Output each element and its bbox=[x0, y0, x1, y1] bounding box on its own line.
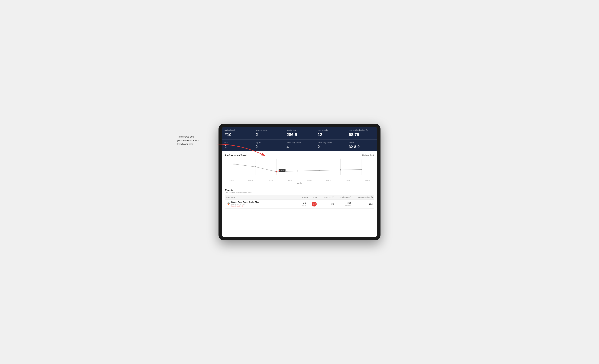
chart-x-label-apr24: APR 24 bbox=[344, 180, 353, 181]
chart-section: Performance Trend National Rank bbox=[222, 151, 377, 186]
stat-stroke-play: Stroke Play Events 4 bbox=[284, 140, 315, 151]
chart-area: #10 bbox=[225, 158, 374, 179]
weighted-points-info-icon: i bbox=[371, 196, 373, 198]
stat-match-play-label: Match Play Events bbox=[317, 142, 343, 144]
total-points-info-icon: i bbox=[349, 196, 351, 198]
chart-svg: #10 bbox=[225, 158, 374, 179]
svg-point-12 bbox=[276, 171, 277, 173]
position-cell: 6th out of 7 bbox=[300, 200, 310, 209]
chart-x-label-nov23: NOV 23 bbox=[246, 180, 255, 181]
svg-point-18 bbox=[279, 170, 280, 171]
stat-avg-weighted-points: Avg. Weighted Points i 68.75 bbox=[346, 127, 377, 139]
events-table: Event Name Position Score Event SG i Tot… bbox=[225, 195, 374, 209]
events-last-updated: Last updated: 24th November 2023 bbox=[225, 192, 374, 194]
svg-point-10 bbox=[233, 164, 235, 165]
stat-record-label: Record bbox=[349, 142, 374, 144]
score-badge: -22 bbox=[312, 202, 317, 206]
stat-total-rounds-value: 12 bbox=[317, 132, 343, 137]
stat-record: Record 32-8-0 bbox=[346, 140, 377, 151]
event-icon: 🦆 bbox=[226, 201, 230, 205]
chart-x-label-may24: MAY 24 bbox=[363, 180, 372, 181]
stat-record-value: 32-8-0 bbox=[349, 145, 374, 149]
stat-scoring-avg-label: Scoring Avg. bbox=[287, 129, 312, 132]
stat-wins-label: Wins bbox=[225, 142, 250, 144]
events-header: Events Last updated: 24th November 2023 bbox=[225, 189, 374, 194]
annotation: This shows you your National Rank trend … bbox=[177, 135, 215, 146]
stat-match-play: Match Play Events 2 bbox=[315, 140, 346, 151]
col-total-points: Total Points i bbox=[335, 195, 353, 200]
events-section: Events Last updated: 24th November 2023 … bbox=[222, 186, 377, 237]
position-value: 6th bbox=[301, 202, 309, 204]
event-sg-value: 0.45 bbox=[331, 203, 334, 205]
events-table-body: 🦆 Buster Cozy Cup – Stroke Play Oct 9 – … bbox=[225, 200, 374, 209]
rank-impact: Rank Impact: 3 ▼ bbox=[231, 205, 259, 207]
event-sg-cell: 0.45 bbox=[320, 200, 335, 209]
stat-national-rank: National Rank #10 bbox=[222, 127, 253, 139]
col-weighted-points: Weighted Points i bbox=[353, 195, 374, 200]
chart-x-label-oct23: OCT 23 bbox=[227, 180, 236, 181]
stat-stroke-play-label: Stroke Play Events bbox=[287, 142, 312, 144]
stat-national-rank-label: National Rank bbox=[225, 129, 250, 132]
svg-text:#10: #10 bbox=[281, 169, 284, 171]
chart-title: Performance Trend bbox=[225, 154, 247, 157]
total-points-sub: 3 Rounds bbox=[337, 204, 351, 206]
annotation-line1: This shows you bbox=[177, 135, 194, 138]
svg-point-14 bbox=[318, 170, 320, 171]
weighted-points-cell: 28.3 bbox=[353, 200, 374, 209]
event-date: Oct 9 – Oct 10, 2023 bbox=[231, 204, 245, 205]
stat-scoring-avg-value: 286.5 bbox=[287, 132, 312, 137]
stat-avg-weighted-points-label: Avg. Weighted Points i bbox=[349, 129, 374, 132]
chart-x-axis-label: Months bbox=[225, 182, 374, 184]
svg-point-11 bbox=[255, 166, 256, 168]
event-name: Buster Cozy Cup – Stroke Play bbox=[231, 201, 259, 203]
stat-total-rounds-label: Total Rounds bbox=[317, 129, 343, 132]
stat-top3s: Top 3s 2 bbox=[253, 140, 284, 151]
tablet-screen: National Rank #10 Regional Rank 2 Scorin… bbox=[222, 127, 377, 237]
events-table-header: Event Name Position Score Event SG i Tot… bbox=[225, 195, 374, 200]
stat-scoring-avg: Scoring Avg. 286.5 bbox=[284, 127, 315, 139]
svg-point-13 bbox=[297, 170, 298, 172]
total-points-cell: 28.3 3 Rounds bbox=[335, 200, 353, 209]
stat-stroke-play-value: 4 bbox=[287, 145, 312, 149]
rank-impact-label: Rank Impact: 3 bbox=[231, 205, 241, 207]
info-icon: i bbox=[366, 129, 368, 131]
stat-wins: Wins 2 bbox=[222, 140, 253, 151]
stat-regional-rank-label: Regional Rank bbox=[255, 129, 281, 132]
stat-regional-rank-value: 2 bbox=[255, 132, 281, 137]
col-position: Position bbox=[300, 195, 310, 200]
svg-point-16 bbox=[361, 169, 362, 170]
stat-match-play-value: 2 bbox=[317, 145, 343, 149]
stat-total-rounds: Total Rounds 12 bbox=[315, 127, 346, 139]
stats-row-2: Wins 2 Top 3s 2 Stroke Play Events 4 Mat… bbox=[222, 139, 377, 151]
stat-national-rank-value: #10 bbox=[225, 132, 250, 137]
col-event-sg: Event SG i bbox=[320, 195, 335, 200]
rank-impact-arrow: ▼ bbox=[242, 205, 243, 207]
stat-wins-value: 2 bbox=[225, 145, 250, 149]
annotation-line3: trend over time bbox=[177, 143, 194, 145]
svg-point-15 bbox=[340, 169, 341, 170]
table-row: 🦆 Buster Cozy Cup – Stroke Play Oct 9 – … bbox=[225, 200, 374, 209]
chart-x-label-jan24: JAN 24 bbox=[285, 180, 294, 181]
event-sg-info-icon: i bbox=[332, 196, 334, 198]
col-score: Score bbox=[310, 195, 320, 200]
stat-top3s-label: Top 3s bbox=[255, 142, 281, 144]
chart-x-label-feb24: FEB 24 bbox=[305, 180, 314, 181]
chart-header: Performance Trend National Rank bbox=[225, 154, 374, 157]
stat-regional-rank: Regional Rank 2 bbox=[253, 127, 284, 139]
events-title: Events bbox=[225, 189, 374, 192]
stats-row-1: National Rank #10 Regional Rank 2 Scorin… bbox=[222, 127, 377, 139]
col-event-name: Event Name bbox=[225, 195, 300, 200]
event-name-cell: 🦆 Buster Cozy Cup – Stroke Play Oct 9 – … bbox=[225, 200, 300, 209]
score-cell: -22 bbox=[310, 200, 320, 209]
chart-subtitle: National Rank bbox=[362, 154, 374, 156]
annotation-line2-bold: National Rank bbox=[183, 139, 199, 142]
tablet-frame: National Rank #10 Regional Rank 2 Scorin… bbox=[219, 124, 380, 240]
stat-avg-weighted-points-value: 68.75 bbox=[349, 132, 374, 137]
chart-x-label-dec23: DEC 23 bbox=[266, 180, 275, 181]
position-sub: out of 7 bbox=[301, 204, 309, 206]
total-points-value: 28.3 bbox=[337, 202, 351, 204]
chart-x-label-mar24: MAR 24 bbox=[324, 180, 333, 181]
annotation-line2-prefix: your bbox=[177, 139, 183, 142]
chart-x-labels: OCT 23 NOV 23 DEC 23 JAN 24 FEB 24 MAR 2… bbox=[225, 180, 374, 181]
stat-top3s-value: 2 bbox=[255, 145, 281, 149]
